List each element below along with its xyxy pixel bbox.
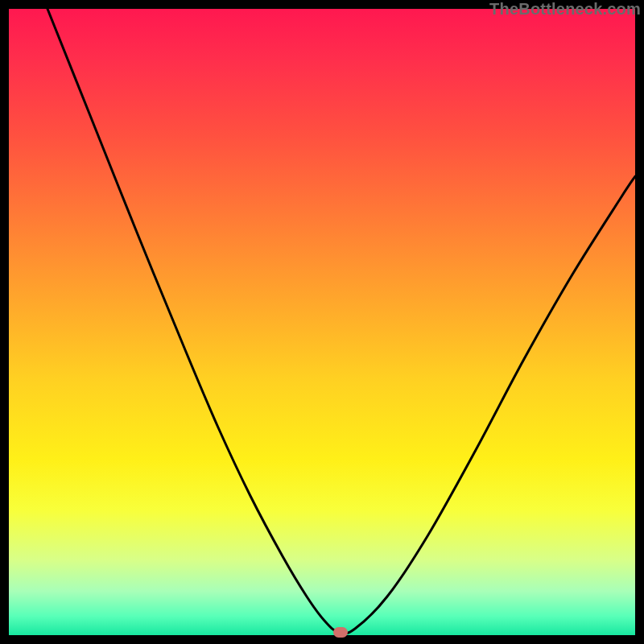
- watermark-text: TheBottleneck.com: [489, 0, 641, 19]
- optimum-marker: [333, 627, 348, 638]
- bottleneck-curve: [9, 9, 635, 635]
